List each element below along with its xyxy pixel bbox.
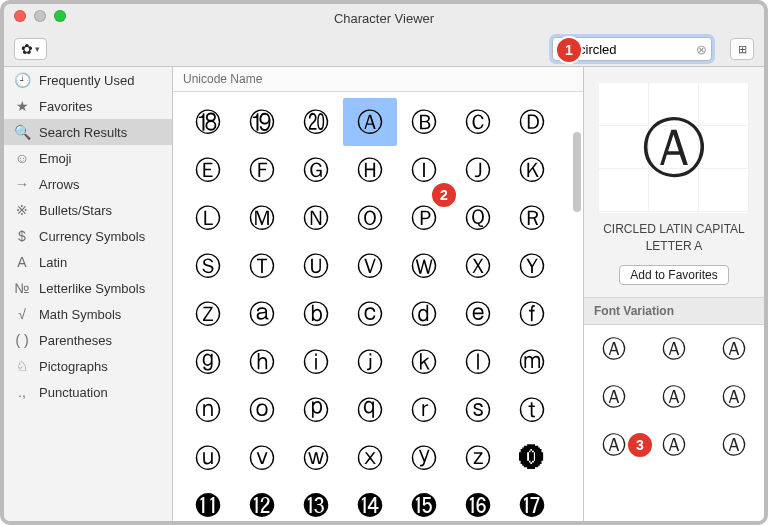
- sidebar-item[interactable]: .,Punctuation: [4, 379, 172, 405]
- font-variation-cell[interactable]: Ⓐ: [602, 333, 626, 365]
- sidebar-item[interactable]: ALatin: [4, 249, 172, 275]
- window-close-button[interactable]: [14, 10, 26, 22]
- character-cell[interactable]: ⓔ: [451, 290, 505, 338]
- character-cell[interactable]: Ⓖ: [289, 146, 343, 194]
- character-cell[interactable]: Ⓡ: [505, 194, 559, 242]
- character-cell[interactable]: ⑳: [289, 98, 343, 146]
- character-cell[interactable]: Ⓝ: [289, 194, 343, 242]
- character-cell[interactable]: Ⓠ: [451, 194, 505, 242]
- character-cell[interactable]: ⓬: [235, 482, 289, 522]
- column-header-unicode-name[interactable]: Unicode Name: [173, 67, 583, 92]
- character-cell[interactable]: Ⓙ: [451, 146, 505, 194]
- sidebar-item[interactable]: №Letterlike Symbols: [4, 275, 172, 301]
- character-cell[interactable]: ⓐ: [235, 290, 289, 338]
- font-variation-cell[interactable]: Ⓐ: [602, 381, 626, 413]
- window-minimize-button[interactable]: [34, 10, 46, 22]
- character-cell[interactable]: ⓮: [343, 482, 397, 522]
- add-to-favorites-button[interactable]: Add to Favorites: [619, 265, 728, 285]
- font-variation-cell[interactable]: Ⓐ: [662, 333, 686, 365]
- character-cell[interactable]: ⓢ: [451, 386, 505, 434]
- character-cell[interactable]: Ⓚ: [505, 146, 559, 194]
- character-cell[interactable]: Ⓩ: [181, 290, 235, 338]
- character-cell[interactable]: ⓯: [397, 482, 451, 522]
- character-cell[interactable]: ⓗ: [235, 338, 289, 386]
- character-cell[interactable]: ⓚ: [397, 338, 451, 386]
- font-variation-cell[interactable]: Ⓐ: [722, 429, 746, 461]
- annotation-badge-1: 1: [555, 36, 583, 64]
- search-input[interactable]: [577, 41, 696, 58]
- sidebar-item[interactable]: →Arrows: [4, 171, 172, 197]
- character-cell[interactable]: ⓦ: [289, 434, 343, 482]
- sidebar-item[interactable]: ☺Emoji: [4, 145, 172, 171]
- font-variation-grid: ⒶⒶⒶⒶⒶⒶⒶⒶⒶ: [584, 325, 764, 522]
- sidebar-item[interactable]: 🕘Frequently Used: [4, 67, 172, 93]
- character-cell[interactable]: ⓤ: [181, 434, 235, 482]
- sidebar-item[interactable]: ※Bullets/Stars: [4, 197, 172, 223]
- character-cell[interactable]: ⓣ: [505, 386, 559, 434]
- font-variation-cell[interactable]: Ⓐ: [662, 381, 686, 413]
- window-zoom-button[interactable]: [54, 10, 66, 22]
- sidebar-item-icon: 🕘: [14, 72, 30, 88]
- character-cell[interactable]: Ⓜ: [235, 194, 289, 242]
- sidebar-item[interactable]: 🔍Search Results: [4, 119, 172, 145]
- character-cell[interactable]: Ⓦ: [397, 242, 451, 290]
- character-cell[interactable]: ⑱: [181, 98, 235, 146]
- character-name-label: CIRCLED LATIN CAPITAL LETTER A: [584, 221, 764, 255]
- font-variation-cell[interactable]: Ⓐ: [662, 429, 686, 461]
- character-cell[interactable]: ⓨ: [397, 434, 451, 482]
- character-cell[interactable]: ⓛ: [451, 338, 505, 386]
- font-variation-cell[interactable]: Ⓐ: [602, 429, 626, 461]
- character-cell[interactable]: ⓭: [289, 482, 343, 522]
- scrollbar-thumb[interactable]: [573, 132, 581, 212]
- character-cell[interactable]: ⓕ: [505, 290, 559, 338]
- character-cell[interactable]: ⓫: [181, 482, 235, 522]
- character-cell[interactable]: Ⓛ: [181, 194, 235, 242]
- clear-search-icon[interactable]: ⊗: [696, 42, 707, 57]
- character-cell[interactable]: Ⓣ: [235, 242, 289, 290]
- character-cell[interactable]: ⓠ: [343, 386, 397, 434]
- font-variation-cell[interactable]: Ⓐ: [722, 381, 746, 413]
- character-cell[interactable]: Ⓗ: [343, 146, 397, 194]
- character-cell[interactable]: ⓒ: [343, 290, 397, 338]
- character-cell[interactable]: ⑲: [235, 98, 289, 146]
- character-cell[interactable]: Ⓑ: [397, 98, 451, 146]
- character-cell[interactable]: ⓘ: [289, 338, 343, 386]
- sidebar-item[interactable]: √Math Symbols: [4, 301, 172, 327]
- character-cell[interactable]: ⓧ: [343, 434, 397, 482]
- sidebar-item-label: Math Symbols: [39, 307, 121, 322]
- character-cell[interactable]: ⓥ: [235, 434, 289, 482]
- sidebar-item[interactable]: $Currency Symbols: [4, 223, 172, 249]
- character-cell[interactable]: ⓟ: [289, 386, 343, 434]
- character-cell[interactable]: ⓰: [451, 482, 505, 522]
- character-cell[interactable]: Ⓨ: [505, 242, 559, 290]
- character-cell[interactable]: Ⓓ: [505, 98, 559, 146]
- character-cell[interactable]: ⓱: [505, 482, 559, 522]
- toggle-compact-view-button[interactable]: ⊞: [730, 38, 754, 60]
- character-cell[interactable]: Ⓞ: [343, 194, 397, 242]
- sidebar-item-label: Frequently Used: [39, 73, 134, 88]
- character-cell[interactable]: Ⓤ: [289, 242, 343, 290]
- sidebar-item[interactable]: ( )Parentheses: [4, 327, 172, 353]
- character-cell[interactable]: ⓑ: [289, 290, 343, 338]
- character-cell[interactable]: ⓜ: [505, 338, 559, 386]
- sidebar-item[interactable]: ♘Pictographs: [4, 353, 172, 379]
- character-cell[interactable]: ⓓ: [397, 290, 451, 338]
- character-cell[interactable]: ⓞ: [235, 386, 289, 434]
- character-cell[interactable]: Ⓐ: [343, 98, 397, 146]
- settings-menu-button[interactable]: ✿ ▾: [14, 38, 47, 60]
- font-variation-cell[interactable]: Ⓐ: [722, 333, 746, 365]
- character-cell[interactable]: Ⓔ: [181, 146, 235, 194]
- character-cell[interactable]: ⓖ: [181, 338, 235, 386]
- character-cell[interactable]: ⓡ: [397, 386, 451, 434]
- character-cell[interactable]: ⓙ: [343, 338, 397, 386]
- sidebar-item[interactable]: ★Favorites: [4, 93, 172, 119]
- character-cell[interactable]: ⓝ: [181, 386, 235, 434]
- character-cell[interactable]: ⓿: [505, 434, 559, 482]
- character-cell[interactable]: Ⓒ: [451, 98, 505, 146]
- character-cell[interactable]: Ⓧ: [451, 242, 505, 290]
- sidebar-item-icon: ※: [14, 202, 30, 218]
- character-cell[interactable]: ⓩ: [451, 434, 505, 482]
- character-cell[interactable]: Ⓥ: [343, 242, 397, 290]
- character-cell[interactable]: Ⓢ: [181, 242, 235, 290]
- character-cell[interactable]: Ⓕ: [235, 146, 289, 194]
